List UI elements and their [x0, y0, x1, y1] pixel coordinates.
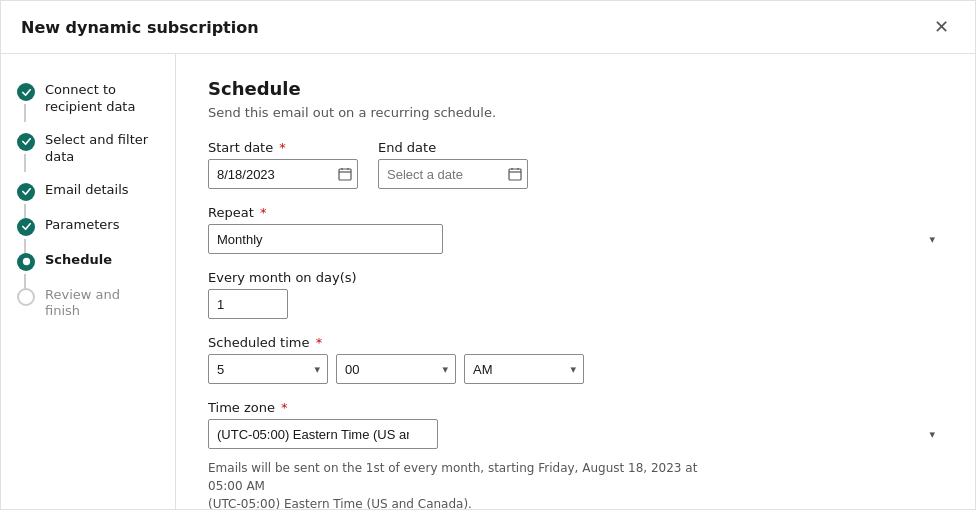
start-date-wrapper	[208, 159, 358, 189]
step-icon-connect	[17, 83, 35, 101]
time-row: 5 1 2 3 4 6 7 8 9 10 11 12	[208, 354, 943, 384]
end-date-group: End date	[378, 140, 528, 189]
step-icon-review	[17, 288, 35, 306]
sidebar-item-connect: Connect to recipient data	[1, 74, 175, 124]
step-icon-schedule	[17, 253, 35, 271]
section-title: Schedule	[208, 78, 943, 99]
step-connector-2	[24, 154, 26, 172]
svg-rect-5	[509, 169, 521, 180]
required-star-start: *	[275, 140, 286, 155]
step-icon-email	[17, 183, 35, 201]
start-date-label: Start date *	[208, 140, 358, 155]
repeat-select-wrapper: Monthly Daily Weekly ▾	[208, 224, 943, 254]
timezone-select-wrapper: (UTC-05:00) Eastern Time (US and Canada)…	[208, 419, 943, 449]
time-label: Scheduled time *	[208, 335, 943, 350]
day-input[interactable]	[208, 289, 288, 319]
sidebar-item-schedule: Schedule	[1, 244, 175, 279]
required-star-time: *	[312, 335, 323, 350]
step-label-select: Select and filter data	[45, 132, 159, 166]
day-group: Every month on day(s)	[208, 270, 943, 319]
start-date-input[interactable]	[208, 159, 358, 189]
repeat-select[interactable]: Monthly Daily Weekly	[208, 224, 443, 254]
timezone-group: Time zone * (UTC-05:00) Eastern Time (US…	[208, 400, 943, 449]
required-star-timezone: *	[277, 400, 288, 415]
end-date-calendar-button[interactable]	[508, 167, 522, 181]
repeat-group: Repeat * Monthly Daily Weekly ▾	[208, 205, 943, 254]
minute-select[interactable]: 00 15 30 45	[336, 354, 456, 384]
hour-select[interactable]: 5 1 2 3 4 6 7 8 9 10 11 12	[208, 354, 328, 384]
sidebar-item-parameters: Parameters	[1, 209, 175, 244]
day-label: Every month on day(s)	[208, 270, 943, 285]
sidebar-item-email: Email details	[1, 174, 175, 209]
repeat-chevron-icon: ▾	[929, 233, 935, 246]
timezone-label: Time zone *	[208, 400, 943, 415]
section-desc: Send this email out on a recurring sched…	[208, 105, 943, 120]
dialog-body: Connect to recipient data Select and fil…	[1, 54, 975, 509]
ampm-select[interactable]: AM PM	[464, 354, 584, 384]
dialog: New dynamic subscription ✕ Connect to re…	[0, 0, 976, 510]
hour-select-wrapper: 5 1 2 3 4 6 7 8 9 10 11 12	[208, 354, 328, 384]
calendar-icon-end	[508, 167, 522, 181]
minute-select-wrapper: 00 15 30 45 ▾	[336, 354, 456, 384]
required-star-repeat: *	[256, 205, 267, 220]
step-icon-parameters	[17, 218, 35, 236]
sidebar-item-review: Review and finish	[1, 279, 175, 329]
date-row: Start date *	[208, 140, 943, 189]
main-content: Schedule Send this email out on a recurr…	[176, 54, 975, 509]
step-label-parameters: Parameters	[45, 217, 119, 234]
end-date-wrapper	[378, 159, 528, 189]
step-label-connect: Connect to recipient data	[45, 82, 159, 116]
dialog-header: New dynamic subscription ✕	[1, 1, 975, 54]
svg-point-0	[22, 258, 29, 265]
dialog-title: New dynamic subscription	[21, 18, 259, 37]
close-icon: ✕	[934, 16, 949, 38]
svg-rect-1	[339, 169, 351, 180]
timezone-select[interactable]: (UTC-05:00) Eastern Time (US and Canada)	[208, 419, 438, 449]
calendar-icon-start	[338, 167, 352, 181]
ampm-select-wrapper: AM PM ▾	[464, 354, 584, 384]
end-date-input[interactable]	[378, 159, 528, 189]
start-date-calendar-button[interactable]	[338, 167, 352, 181]
timezone-chevron-icon: ▾	[929, 428, 935, 441]
start-date-group: Start date *	[208, 140, 358, 189]
step-icon-select	[17, 133, 35, 151]
step-label-review: Review and finish	[45, 287, 159, 321]
repeat-label: Repeat *	[208, 205, 943, 220]
sidebar-item-select: Select and filter data	[1, 124, 175, 174]
end-date-label: End date	[378, 140, 528, 155]
close-button[interactable]: ✕	[927, 13, 955, 41]
step-label-email: Email details	[45, 182, 129, 199]
sidebar: Connect to recipient data Select and fil…	[1, 54, 176, 509]
step-connector-1	[24, 104, 26, 122]
step-label-schedule: Schedule	[45, 252, 112, 269]
time-group: Scheduled time * 5 1 2 3 4 6 7 8	[208, 335, 943, 384]
info-text: Emails will be sent on the 1st of every …	[208, 459, 708, 509]
